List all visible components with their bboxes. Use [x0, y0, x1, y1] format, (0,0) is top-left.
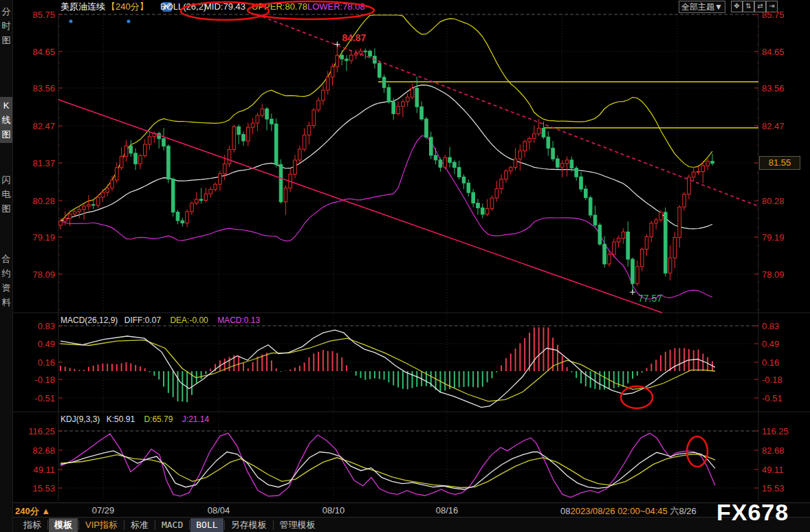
dif-line	[61, 330, 715, 407]
toolbar-separator	[189, 520, 190, 530]
toolbar-item-7[interactable]: 另存模板	[226, 518, 272, 532]
annotation-circle	[181, 2, 269, 20]
session-weekday-label: 六	[668, 506, 679, 516]
toolbar-item-6[interactable]: BOLL	[190, 518, 223, 532]
session-info: 082023/08/26 02:00~04:45 六8/26	[560, 505, 697, 518]
date-label: 07/29	[92, 505, 115, 516]
boll-upper-band	[61, 15, 712, 221]
lower-channel-line	[58, 100, 662, 313]
partial-date-label: 08	[560, 506, 570, 516]
low-price-label: 77.57	[638, 293, 662, 304]
bottom-toolbar: 指标模板VIP指标标准MACDBOLL另存模板管理模板	[13, 517, 810, 532]
boll-mid-band	[61, 85, 712, 229]
toolbar-separator	[273, 520, 274, 530]
toolbar-separator	[47, 520, 48, 530]
date-label: 08/10	[322, 505, 345, 516]
fx678-watermark: FX678	[716, 500, 810, 524]
time-axis-bar: 240分 ▲ 07/2908/0408/1008/16 082023/08/26…	[13, 502, 810, 518]
toolbar-item-3[interactable]: VIP指标	[80, 518, 123, 532]
signal-dot	[127, 20, 131, 23]
signal-dot	[69, 20, 73, 23]
toolbar-item-5[interactable]: MACD	[156, 518, 188, 532]
chart-canvas[interactable]: 84.8777.57	[0, 0, 810, 532]
toolbar-separator	[155, 520, 155, 530]
session-time-label: 2023/08/26 02:00~04:45	[570, 506, 667, 516]
toolbar-item-1[interactable]: 指标	[18, 518, 47, 532]
session-date-label: 8/26	[679, 506, 696, 516]
period-selector[interactable]: 240分 ▲	[15, 505, 50, 518]
toolbar-item-4[interactable]: 标准	[125, 518, 154, 532]
annotation-circle	[621, 386, 653, 408]
toolbar-item-2[interactable]: 模板	[49, 518, 78, 532]
annotation-circle	[248, 1, 374, 19]
high-price-label: 84.87	[342, 32, 366, 43]
toolbar-separator	[124, 520, 124, 530]
toolbar-separator	[78, 520, 79, 530]
date-label: 08/16	[436, 505, 459, 516]
toolbar-item-8[interactable]: 管理模板	[274, 518, 321, 532]
toolbar-separator	[224, 520, 225, 530]
date-label: 08/04	[208, 505, 230, 516]
